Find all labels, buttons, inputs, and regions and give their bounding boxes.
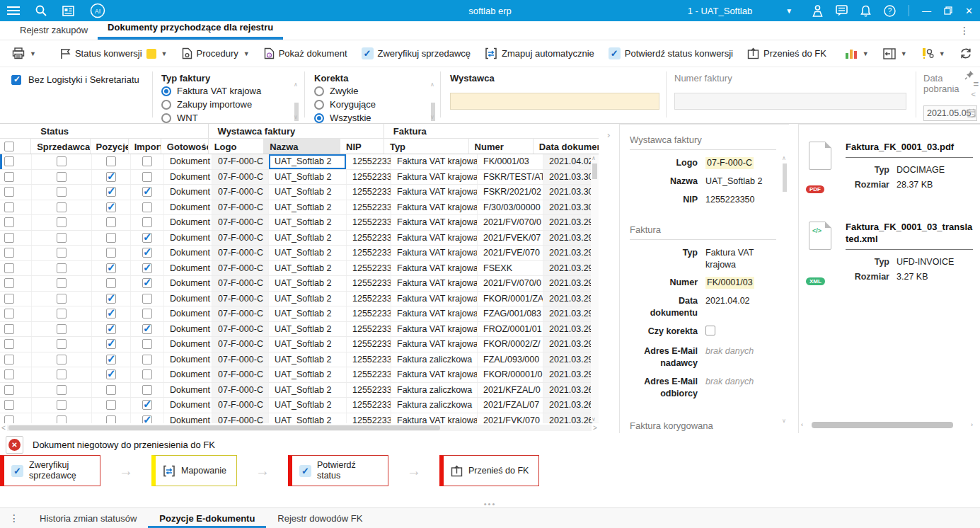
print-button[interactable]: ▼ [7, 44, 41, 63]
panel-layout-button[interactable]: ▼ [878, 45, 912, 63]
sprzedawca-checkbox[interactable] [57, 278, 67, 288]
pozycje-checkbox[interactable] [106, 202, 116, 212]
radio-icon[interactable] [161, 86, 171, 96]
sprzedawca-checkbox[interactable] [57, 369, 67, 379]
row-select-checkbox[interactable] [4, 202, 14, 212]
sprzedawca-checkbox[interactable] [57, 415, 67, 423]
pozycje-checkbox[interactable] [106, 187, 116, 197]
table-row[interactable]: Dokument07-F-000-CUAT_Softlab 2125522335… [0, 276, 599, 292]
radio-option[interactable]: WNT [161, 112, 292, 124]
pozycje-checkbox[interactable] [106, 415, 116, 423]
chart-view-button[interactable]: ▼ [840, 44, 874, 63]
sprzedawca-checkbox[interactable] [57, 324, 67, 334]
row-select-checkbox[interactable] [4, 415, 14, 423]
import-checkbox[interactable] [142, 172, 152, 182]
detail-vertical-scrollbar[interactable]: ∧∨ [781, 155, 788, 424]
sprzedawca-checkbox[interactable] [57, 248, 67, 258]
restore-button[interactable] [944, 6, 952, 15]
import-checkbox[interactable] [142, 369, 152, 379]
radio-option[interactable]: Zwykłe [314, 85, 427, 97]
col-nip[interactable]: NIP [340, 139, 384, 154]
sprzedawca-checkbox[interactable] [57, 355, 67, 365]
table-row[interactable]: Dokument07-F-000-CUAT_Softlab 2125522335… [0, 185, 599, 200]
sprzedawca-checkbox[interactable] [57, 156, 67, 166]
pozycje-checkbox[interactable] [106, 217, 116, 227]
hamburger-menu-icon[interactable] [7, 6, 20, 16]
potwierdz-status-button[interactable]: ✓ Potwierdź status konwersji [604, 44, 738, 63]
select-all-checkbox[interactable] [4, 142, 14, 151]
file-card-pdf[interactable]: PDF Faktura_FK_0001_03.pdf Typ DOCIMAGE … [809, 142, 973, 195]
sprzedawca-checkbox[interactable] [57, 233, 67, 243]
import-checkbox[interactable] [142, 324, 152, 334]
table-horizontal-scrollbar[interactable]: < > [0, 423, 599, 432]
table-row[interactable]: Dokument07-F-000-CUAT_Softlab 2125522335… [0, 292, 599, 307]
row-select-checkbox[interactable] [4, 156, 14, 166]
radio-icon[interactable] [161, 100, 171, 110]
row-select-checkbox[interactable] [4, 355, 14, 365]
import-checkbox[interactable] [142, 400, 152, 410]
table-row[interactable]: Dokument07-F-000-CUAT_Softlab 2125522335… [0, 398, 599, 413]
col-gotowosc[interactable]: Gotowość [161, 139, 209, 154]
pozycje-checkbox[interactable] [106, 385, 116, 395]
table-row[interactable]: Dokument07-F-000-CUAT_Softlab 2125522335… [0, 154, 599, 170]
status-konwersji-button[interactable]: Status konwersji ▼ [55, 45, 173, 63]
filter-next-arrow[interactable]: > [972, 111, 976, 120]
table-row[interactable]: Dokument07-F-000-CUAT_Softlab 2125522335… [0, 337, 599, 352]
import-checkbox[interactable] [142, 385, 152, 395]
sprzedawca-checkbox[interactable] [57, 339, 67, 349]
user-icon[interactable] [812, 5, 823, 17]
import-checkbox[interactable] [142, 187, 152, 197]
table-row[interactable]: Dokument07-F-000-CUAT_Softlab 2125522335… [0, 231, 599, 246]
radio-icon[interactable] [314, 100, 324, 110]
scrollbar-thumb[interactable] [812, 422, 953, 428]
czy-korekta-checkbox[interactable] [705, 326, 715, 335]
print-chevron-icon[interactable]: ▼ [30, 50, 36, 57]
row-select-checkbox[interactable] [4, 369, 14, 379]
pozycje-checkbox[interactable] [106, 294, 116, 304]
pozycje-checkbox[interactable] [106, 172, 116, 182]
procedury-chevron-icon[interactable]: ▼ [243, 50, 250, 57]
radio-icon[interactable] [161, 113, 171, 123]
przenies-do-fk-button[interactable]: Przenieś do FK [742, 44, 831, 63]
scroll-down-arrow[interactable]: ∨ [592, 416, 596, 423]
sprzedawca-checkbox[interactable] [57, 217, 67, 227]
row-select-checkbox[interactable] [4, 324, 14, 334]
scroll-up-arrow[interactable]: ∧ [592, 155, 596, 161]
pozycje-checkbox[interactable] [106, 309, 116, 318]
attachments-horizontal-scrollbar[interactable]: ‹ › [801, 420, 977, 429]
import-checkbox[interactable] [142, 355, 152, 365]
typ-faktury-scrollbar[interactable]: ∧∨ [294, 83, 299, 119]
chat-icon[interactable] [836, 5, 848, 16]
file-name-link[interactable]: Faktura_FK_0001_03_translated.xml [846, 222, 973, 250]
radio-option[interactable]: Zakupy importowe [161, 98, 292, 110]
sprzedawca-checkbox[interactable] [57, 263, 67, 273]
procedury-button[interactable]: Procedury ▼ [177, 44, 255, 63]
wystawca-input[interactable] [450, 93, 659, 110]
row-select-checkbox[interactable] [4, 278, 14, 288]
file-name-link[interactable]: Faktura_FK_0001_03.pdf [846, 142, 973, 158]
row-select-checkbox[interactable] [4, 263, 14, 273]
workflow-mapowanie[interactable]: Mapowanie [151, 455, 237, 486]
col-typ[interactable]: Typ [384, 139, 469, 154]
table-row[interactable]: Dokument07-F-000-CUAT_Softlab 2125522335… [0, 246, 599, 261]
import-checkbox[interactable] [142, 248, 152, 258]
sprzedawca-checkbox[interactable] [57, 172, 67, 182]
bottom-menu-icon[interactable]: ⋮ [0, 508, 28, 528]
filter-prev-arrow[interactable]: < [972, 90, 976, 98]
table-row[interactable]: Dokument07-F-000-CUAT_Softlab 2125522335… [0, 367, 599, 383]
radio-icon[interactable] [314, 86, 324, 96]
file-card-xml[interactable]: </>XML Faktura_FK_0001_03_translated.xml… [809, 222, 973, 287]
import-checkbox[interactable] [142, 278, 152, 288]
table-row[interactable]: Dokument07-F-000-CUAT_Softlab 2125522335… [0, 322, 599, 338]
scrollbar-thumb[interactable] [8, 425, 440, 430]
row-select-checkbox[interactable] [4, 339, 14, 349]
row-select-checkbox[interactable] [4, 385, 14, 395]
panel-layout-chevron-icon[interactable]: ▼ [901, 50, 907, 57]
table-row[interactable]: Dokument07-F-000-CUAT_Softlab 2125522335… [0, 306, 599, 322]
workflow-zweryfikuj-sprzedawce[interactable]: ✓ Zweryfikuj sprzedawcę [0, 455, 100, 486]
sprzedawca-checkbox[interactable] [57, 202, 67, 212]
tools-button[interactable]: ▼ [916, 44, 950, 63]
table-row[interactable]: Dokument07-F-000-CUAT_Softlab 2125522335… [0, 352, 599, 368]
pozycje-checkbox[interactable] [106, 278, 116, 288]
tools-chevron-icon[interactable]: ▼ [939, 50, 945, 57]
